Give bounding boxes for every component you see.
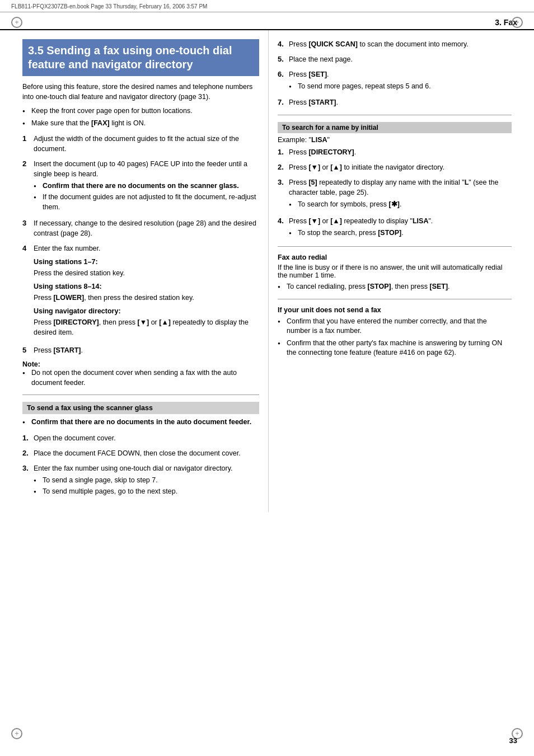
file-metadata: FLB811-PFQX2307ZB-en.book Page 33 Thursd… <box>0 0 534 12</box>
sg-step-3-sub-2: To send multiple pages, go to the next s… <box>34 487 259 497</box>
fax-auto-redial-text: If the line is busy or if there is no an… <box>278 264 512 279</box>
section-divider-1 <box>22 395 259 395</box>
intro-bullet-2: Make sure that the [FAX] light is ON. <box>22 119 259 129</box>
section-divider-2 <box>278 115 512 115</box>
note-bullet-1: Do not open the document cover when send… <box>22 368 259 388</box>
page: FLB811-PFQX2307ZB-en.book Page 33 Thursd… <box>0 0 534 756</box>
scanner-glass-confirm: Confirm that there are no documents in t… <box>22 417 259 428</box>
if-not-send-bullet-2: Confirm that the other party's fax machi… <box>278 339 512 358</box>
note-section: Note: Do not open the document cover whe… <box>22 360 259 388</box>
intro-text: Before using this feature, store the des… <box>22 82 259 102</box>
sg-step-3: 3. Enter the fax number using one-touch … <box>22 463 259 499</box>
step-1: 1 Adjust the width of the document guide… <box>22 134 259 154</box>
step-4: 4 Enter the fax number. Using stations 1… <box>22 243 259 341</box>
main-steps: 1 Adjust the width of the document guide… <box>22 134 259 355</box>
scanner-glass-steps-cont: 4. Press [QUICK SCAN] to scan the docume… <box>278 39 512 108</box>
step-2: 2 Insert the document (up to 40 pages) F… <box>22 159 259 214</box>
scanner-glass-steps: 1. Open the document cover. 2. Place the… <box>22 433 259 499</box>
sg-step-2: 2. Place the document FACE DOWN, then cl… <box>22 448 259 459</box>
scanner-glass-confirm-item: Confirm that there are no documents in t… <box>22 417 259 428</box>
section-divider-4 <box>278 299 512 299</box>
sg-step-4: 4. Press [QUICK SCAN] to scan the docume… <box>278 39 512 50</box>
if-not-send-title: If your unit does not send a fax <box>278 306 512 314</box>
search-step-3: 3. Press [5] repeatedly to display any n… <box>278 177 512 212</box>
search-step-1: 1. Press [DIRECTORY]. <box>278 147 512 158</box>
file-info: FLB811-PFQX2307ZB-en.book Page 33 Thursd… <box>11 3 207 10</box>
intro-bullets: Keep the front cover page open for butto… <box>22 106 259 128</box>
section-divider-3 <box>278 246 512 247</box>
page-number: 33 <box>509 736 517 745</box>
search-step-4: 4. Press [▼] or [▲] repeatedly to displa… <box>278 216 512 240</box>
if-not-send-bullet-1: Confirm that you have entered the number… <box>278 317 512 336</box>
section-heading: 3.5 Sending a fax using one-touch dial f… <box>22 39 259 76</box>
search-step-2: 2. Press [▼] or [▲] to initiate the navi… <box>278 162 512 173</box>
fax-auto-redial: Fax auto redial If the line is busy or i… <box>278 253 512 292</box>
step-5: 5 Press [START]. <box>22 345 259 356</box>
search-step-3-sub-1: To search for symbols, press [✱]. <box>289 200 512 210</box>
left-column: 3.5 Sending a fax using one-touch dial f… <box>11 30 269 512</box>
sg-step-7: 7. Press [START]. <box>278 97 512 108</box>
substep-heading-1: Using stations 1–7: <box>34 257 259 267</box>
main-content: 3.5 Sending a fax using one-touch dial f… <box>0 30 534 512</box>
search-section: To search for a name by initial Example:… <box>278 122 512 240</box>
corner-mark-bl <box>11 728 22 739</box>
sg-step-3-sub-1: To send a single page, skip to step 7. <box>34 476 259 486</box>
step-2-sub-1: Confirm that there are no documents on t… <box>34 181 259 191</box>
fax-auto-redial-title: Fax auto redial <box>278 253 512 261</box>
substep-heading-2: Using stations 8–14: <box>34 281 259 292</box>
step-2-sub-2: If the document guides are not adjusted … <box>34 192 259 212</box>
sg-step-1: 1. Open the document cover. <box>22 433 259 444</box>
corner-mark-tr <box>512 17 523 28</box>
fax-auto-redial-bullet-1: To cancel redialing, press [STOP], then … <box>278 282 512 292</box>
note-bullets: Do not open the document cover when send… <box>22 368 259 388</box>
note-label: Note: <box>22 360 40 368</box>
sg-step-6-sub-1: To send more pages, repeat steps 5 and 6… <box>289 82 512 92</box>
fax-auto-redial-bullets: To cancel redialing, press [STOP], then … <box>278 282 512 292</box>
search-steps: 1. Press [DIRECTORY]. 2. Press [▼] or [▲… <box>278 147 512 240</box>
intro-bullet-1: Keep the front cover page open for butto… <box>22 106 259 116</box>
step-3: 3 If necessary, change to the desired re… <box>22 218 259 238</box>
if-not-send: If your unit does not send a fax Confirm… <box>278 306 512 358</box>
corner-mark-tl <box>11 17 22 28</box>
search-step-4-sub-1: To stop the search, press [STOP]. <box>289 228 512 238</box>
chapter-header: 3. Fax <box>0 12 534 30</box>
search-title: To search for a name by initial <box>278 122 512 133</box>
step-2-subs: Confirm that there are no documents on t… <box>34 181 259 213</box>
search-example: Example: "LISA" <box>278 136 512 144</box>
if-not-send-bullets: Confirm that you have entered the number… <box>278 317 512 358</box>
sg-step-5: 5. Place the next page. <box>278 54 512 65</box>
scanner-glass-title: To send a fax using the scanner glass <box>22 402 259 414</box>
substep-heading-3: Using navigator directory: <box>34 306 259 316</box>
sg-step-6: 6. Press [SET]. To send more pages, repe… <box>278 69 512 93</box>
right-column: 4. Press [QUICK SCAN] to scan the docume… <box>269 30 523 512</box>
